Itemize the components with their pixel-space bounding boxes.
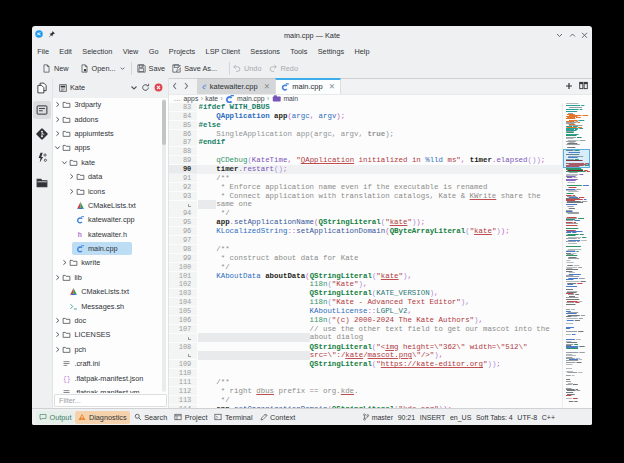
svg-text:{}: {} — [63, 375, 71, 382]
svg-text:h: h — [78, 231, 82, 238]
